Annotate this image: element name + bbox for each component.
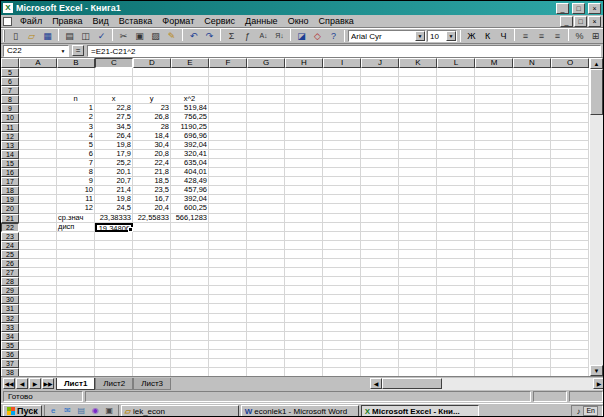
grid-cell[interactable]: n — [57, 95, 95, 104]
grid-cell[interactable] — [513, 150, 551, 159]
grid-cell[interactable] — [19, 259, 57, 268]
grid-cell[interactable] — [437, 195, 475, 204]
grid-cell[interactable] — [475, 250, 513, 259]
grid-cell[interactable]: 23,38333 — [95, 214, 133, 223]
close-button[interactable]: × — [588, 3, 601, 14]
row-header-34[interactable]: 34 — [1, 332, 19, 341]
grid-cell[interactable] — [437, 232, 475, 241]
grid-cell[interactable] — [323, 68, 361, 77]
grid-cell[interactable] — [171, 286, 209, 295]
grid-cell[interactable] — [551, 104, 589, 113]
row-header-26[interactable]: 26 — [1, 259, 19, 268]
grid-cell[interactable] — [361, 86, 399, 95]
grid-cell[interactable] — [361, 150, 399, 159]
grid-cell[interactable] — [133, 286, 171, 295]
grid-cell[interactable] — [437, 250, 475, 259]
grid-cell[interactable] — [19, 177, 57, 186]
grid-cell[interactable] — [437, 177, 475, 186]
row-header-13[interactable]: 13 — [1, 141, 19, 150]
grid-cell[interactable] — [285, 259, 323, 268]
grid-cell[interactable] — [475, 323, 513, 332]
grid-cell[interactable] — [95, 295, 133, 304]
grid-cell[interactable] — [323, 113, 361, 122]
grid-cell[interactable] — [475, 113, 513, 122]
grid-cell[interactable] — [19, 232, 57, 241]
grid-cell[interactable] — [323, 214, 361, 223]
grid-cell[interactable] — [209, 277, 247, 286]
grid-cell[interactable] — [513, 113, 551, 122]
grid-cell[interactable] — [551, 159, 589, 168]
grid-cell[interactable] — [171, 241, 209, 250]
grid-cell[interactable] — [551, 341, 589, 350]
grid-cell[interactable] — [323, 177, 361, 186]
row-header-29[interactable]: 29 — [1, 286, 19, 295]
grid-cell[interactable] — [399, 113, 437, 122]
grid-cell[interactable] — [171, 332, 209, 341]
grid-cell[interactable]: 26,8 — [133, 113, 171, 122]
grid-cell[interactable] — [513, 350, 551, 359]
grid-cell[interactable] — [57, 268, 95, 277]
grid-cell[interactable] — [513, 277, 551, 286]
grid-cell[interactable] — [399, 123, 437, 132]
grid-cell[interactable] — [171, 323, 209, 332]
edit-formula-button[interactable]: = — [72, 45, 84, 56]
grid-cell[interactable] — [399, 168, 437, 177]
save-icon[interactable]: ▦ — [40, 29, 55, 43]
grid-cell[interactable] — [19, 368, 57, 376]
grid-cell[interactable] — [475, 214, 513, 223]
grid-cell[interactable] — [285, 304, 323, 313]
grid-cell[interactable]: 320,41 — [171, 150, 209, 159]
grid-cell[interactable] — [247, 241, 285, 250]
grid-cell[interactable] — [475, 223, 513, 232]
grid-cell[interactable] — [513, 250, 551, 259]
grid-cell[interactable] — [551, 186, 589, 195]
grid-cell[interactable] — [399, 223, 437, 232]
grid-cell[interactable] — [209, 259, 247, 268]
grid-cell[interactable] — [399, 368, 437, 376]
grid-cell[interactable] — [171, 359, 209, 368]
autosum-icon[interactable]: Σ — [224, 29, 239, 43]
grid-cell[interactable] — [247, 268, 285, 277]
grid-cell[interactable] — [171, 368, 209, 376]
row-header-28[interactable]: 28 — [1, 277, 19, 286]
row-header-9[interactable]: 9 — [1, 104, 19, 113]
grid-cell[interactable] — [19, 268, 57, 277]
grid-cell[interactable] — [19, 86, 57, 95]
grid-cell[interactable] — [57, 68, 95, 77]
grid-cell[interactable] — [399, 86, 437, 95]
start-button[interactable]: Пуск — [3, 405, 42, 417]
name-box[interactable]: C22 ▼ — [3, 45, 69, 57]
grid-cell[interactable]: 428,49 — [171, 177, 209, 186]
row-header-38[interactable]: 38 — [1, 368, 19, 376]
grid-cell[interactable]: 696,96 — [171, 132, 209, 141]
grid-cell[interactable]: 1190,25 — [171, 123, 209, 132]
grid-cell[interactable] — [209, 123, 247, 132]
grid-cell[interactable]: 9 — [57, 177, 95, 186]
grid-cell[interactable] — [475, 341, 513, 350]
grid-cell[interactable] — [209, 314, 247, 323]
grid-cell[interactable] — [209, 250, 247, 259]
grid-cell[interactable] — [437, 323, 475, 332]
grid-cell[interactable] — [513, 304, 551, 313]
grid-cell[interactable]: 30,4 — [133, 141, 171, 150]
workbook-restore-button[interactable]: □ — [574, 16, 587, 27]
grid-cell[interactable] — [513, 323, 551, 332]
grid-cell[interactable] — [209, 204, 247, 213]
grid-cell[interactable] — [551, 141, 589, 150]
grid-cell[interactable] — [209, 268, 247, 277]
grid-cell[interactable] — [19, 304, 57, 313]
grid-cell[interactable] — [323, 277, 361, 286]
grid-cell[interactable]: 600,25 — [171, 204, 209, 213]
grid-cell[interactable] — [551, 259, 589, 268]
grid-cell[interactable] — [513, 168, 551, 177]
grid-cell[interactable] — [57, 332, 95, 341]
grid-cell[interactable] — [57, 295, 95, 304]
workbook-icon[interactable] — [3, 17, 12, 26]
grid-cell[interactable]: 18,4 — [133, 132, 171, 141]
grid-cell[interactable]: ср.знач — [57, 214, 95, 223]
grid-cell[interactable] — [399, 304, 437, 313]
grid-cell[interactable] — [361, 286, 399, 295]
grid-cell[interactable] — [551, 250, 589, 259]
grid-cell[interactable] — [171, 68, 209, 77]
grid-cell[interactable] — [437, 368, 475, 376]
